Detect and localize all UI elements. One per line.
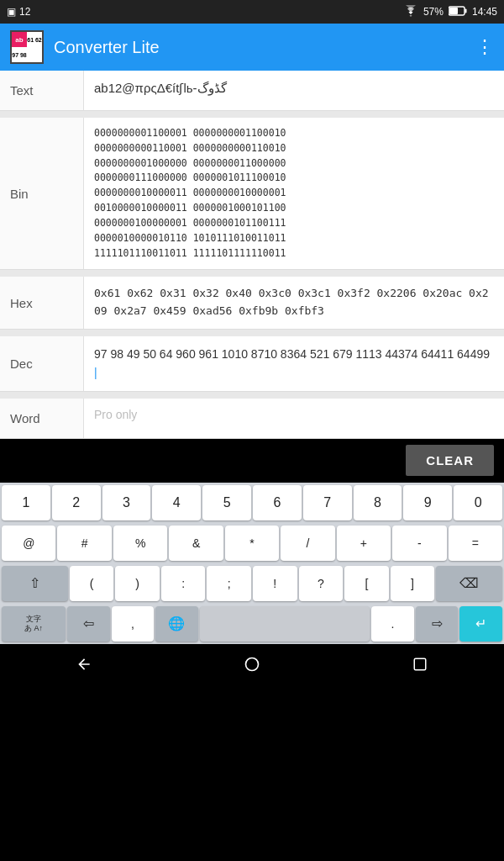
back-button[interactable] — [67, 647, 101, 681]
key-9[interactable]: 9 — [403, 485, 452, 520]
key-7[interactable]: 7 — [303, 485, 352, 520]
bin-field-row: Bin 0000000001100001 0000000001100010 00… — [0, 118, 504, 270]
key-globe[interactable]: 🌐 — [155, 606, 198, 642]
key-5[interactable]: 5 — [202, 485, 251, 520]
key-equals[interactable]: = — [449, 526, 502, 561]
keyboard-row-bottom: 文字あ A↑ ⇦ , 🌐 . ⇨ ↵ — [0, 604, 504, 644]
key-comma[interactable]: , — [112, 606, 155, 642]
key-right-arrow[interactable]: ⇨ — [416, 606, 459, 642]
key-left-arrow[interactable]: ⇦ — [67, 606, 110, 642]
hex-value: 0x61 0x62 0x31 0x32 0x40 0x3c0 0x3c1 0x3… — [84, 277, 504, 329]
home-button[interactable] — [235, 647, 269, 681]
app-bar: ab 61 62 97 98 Converter Lite ⋮ — [0, 24, 504, 71]
key-0[interactable]: 0 — [454, 485, 502, 520]
key-asterisk[interactable]: * — [225, 526, 279, 561]
key-shift[interactable]: ⇧ — [2, 566, 68, 601]
dec-label: Dec — [0, 336, 84, 391]
key-1[interactable]: 1 — [2, 485, 50, 520]
battery-icon — [449, 6, 467, 18]
svg-rect-4 — [414, 658, 426, 670]
text-label: Text — [0, 71, 84, 110]
section-gap-4 — [0, 392, 504, 399]
keyboard-row-special: ⇧ ( ) : ; ! ? [ ] ⌫ — [0, 563, 504, 604]
svg-rect-1 — [465, 8, 466, 13]
bin-value: 0000000001100001 0000000001100010 000000… — [84, 118, 504, 269]
svg-point-3 — [246, 658, 259, 670]
status-number: 12 — [19, 6, 30, 18]
word-field-row: Word Pro only — [0, 399, 504, 439]
key-2[interactable]: 2 — [52, 485, 101, 520]
menu-icon[interactable]: ⋮ — [475, 36, 494, 58]
app-icon-cell4 — [27, 47, 42, 62]
key-period[interactable]: . — [371, 606, 414, 642]
key-exclaim[interactable]: ! — [253, 566, 297, 601]
hex-label: Hex — [0, 277, 84, 329]
recent-button[interactable] — [403, 647, 437, 681]
clear-area: CLEAR — [0, 439, 504, 483]
dec-value[interactable]: 97 98 49 50 64 960 961 1010 8710 8364 52… — [84, 336, 504, 391]
notification-icon: ▣ — [7, 6, 16, 18]
clear-button[interactable]: CLEAR — [406, 445, 494, 476]
section-gap-2 — [0, 270, 504, 277]
key-lang[interactable]: 文字あ A↑ — [2, 606, 66, 642]
key-close-bracket[interactable]: ] — [391, 566, 435, 601]
battery-text: 57% — [423, 6, 444, 18]
key-question[interactable]: ? — [299, 566, 344, 601]
app-icon-cell1: ab — [12, 32, 27, 47]
nav-bar — [0, 644, 504, 684]
text-value[interactable]: ab12@πρςΔ€ítʃlь-گڈوگ — [84, 71, 504, 110]
text-field-row: Text ab12@πρςΔ€ítʃlь-گڈوگ — [0, 71, 504, 111]
key-slash[interactable]: / — [281, 526, 334, 561]
key-backspace[interactable]: ⌫ — [436, 566, 502, 601]
word-value[interactable]: Pro only — [84, 399, 504, 438]
word-label: Word — [0, 399, 84, 438]
app-icon: ab 61 62 97 98 — [10, 30, 44, 64]
key-open-paren[interactable]: ( — [70, 566, 114, 601]
key-space[interactable] — [200, 606, 370, 642]
key-4[interactable]: 4 — [152, 485, 201, 520]
keyboard: 1 2 3 4 5 6 7 8 9 0 @ # % & * / + - = ⇧ … — [0, 483, 504, 644]
key-plus[interactable]: + — [337, 526, 391, 561]
key-enter[interactable]: ↵ — [459, 606, 502, 642]
section-gap-3 — [0, 330, 504, 336]
key-at[interactable]: @ — [2, 526, 55, 561]
svg-rect-2 — [449, 8, 458, 14]
status-bar: ▣ 12 57% 14:45 — [0, 0, 504, 24]
key-3[interactable]: 3 — [102, 485, 151, 520]
key-hash[interactable]: # — [57, 526, 111, 561]
key-colon[interactable]: : — [161, 566, 206, 601]
key-8[interactable]: 8 — [354, 485, 402, 520]
key-ampersand[interactable]: & — [169, 526, 223, 561]
hex-field-row: Hex 0x61 0x62 0x31 0x32 0x40 0x3c0 0x3c1… — [0, 277, 504, 330]
app-icon-cell3: 97 98 — [12, 47, 27, 62]
key-minus[interactable]: - — [392, 526, 446, 561]
keyboard-row-symbols: @ # % & * / + - = — [0, 523, 504, 563]
bin-label: Bin — [0, 118, 84, 269]
key-6[interactable]: 6 — [253, 485, 302, 520]
key-percent[interactable]: % — [113, 526, 167, 561]
app-title: Converter Lite — [54, 38, 465, 57]
app-icon-cell2: 61 62 — [27, 32, 42, 47]
section-gap-1 — [0, 111, 504, 118]
wifi-icon — [403, 5, 418, 19]
main-content: Text ab12@πρςΔ€ítʃlь-گڈوگ Bin 0000000001… — [0, 71, 504, 439]
dec-field-row: Dec 97 98 49 50 64 960 961 1010 8710 836… — [0, 336, 504, 392]
time-display: 14:45 — [472, 6, 497, 18]
key-semicolon[interactable]: ; — [207, 566, 251, 601]
keyboard-row-numbers: 1 2 3 4 5 6 7 8 9 0 — [0, 483, 504, 523]
key-close-paren[interactable]: ) — [115, 566, 160, 601]
key-open-bracket[interactable]: [ — [344, 566, 389, 601]
